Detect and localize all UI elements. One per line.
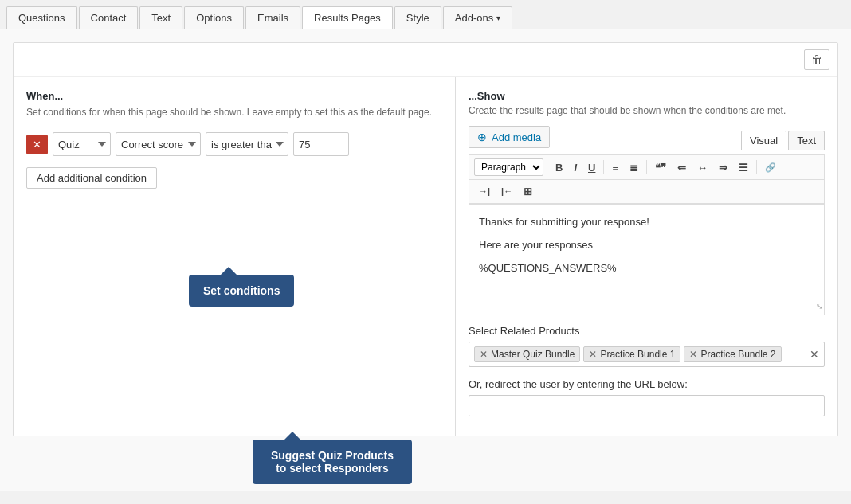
tab-text[interactable]: Text xyxy=(139,6,182,29)
editor-toolbar-row1: Paragraph B I U ≡ ≣ ❝❞ ⇐ ↔ ⇒ ☰ 🔗 xyxy=(469,154,825,179)
paragraph-select[interactable]: Paragraph xyxy=(474,158,543,176)
main-area: 🗑 When... Set conditions for when this p… xyxy=(0,29,851,491)
condition-delete-button[interactable]: ✕ xyxy=(26,135,48,154)
add-condition-button[interactable]: Add additional condition xyxy=(26,167,157,189)
italic-button[interactable]: I xyxy=(569,159,582,176)
left-panel: When... Set conditions for when this pag… xyxy=(14,77,456,436)
table-button[interactable]: ⊞ xyxy=(519,183,537,200)
condition-metric-select[interactable]: Correct score Total score Percentage xyxy=(116,132,201,156)
link-button[interactable]: 🔗 xyxy=(760,160,781,175)
condition-operator-select[interactable]: is greater tha is less than equals xyxy=(206,132,288,156)
toolbar-sep-4 xyxy=(756,160,757,174)
align-justify-button[interactable]: ☰ xyxy=(734,159,753,176)
delete-page-button[interactable]: 🗑 xyxy=(804,49,829,70)
select-products-label: Select Related Products xyxy=(469,325,825,337)
when-title: When... xyxy=(26,90,442,102)
outdent-button[interactable]: |← xyxy=(496,184,517,199)
ordered-list-button[interactable]: ≣ xyxy=(625,159,643,176)
condition-row: ✕ Quiz Score Contact Correct score Total… xyxy=(26,132,442,156)
toolbar-sep-3 xyxy=(646,160,647,174)
condition-field-select[interactable]: Quiz Score Contact xyxy=(53,132,111,156)
right-panel: ...Show Create the results page that sho… xyxy=(456,77,837,436)
remove-practice-1-button[interactable]: ✕ xyxy=(589,350,597,359)
editor-line-3: %QUESTIONS_ANSWERS% xyxy=(479,260,814,277)
align-left-button[interactable]: ⇐ xyxy=(673,159,691,176)
card-body: When... Set conditions for when this pag… xyxy=(14,77,837,436)
editor-line-2: Here are your responses xyxy=(479,237,814,254)
unordered-list-button[interactable]: ≡ xyxy=(607,159,623,176)
tab-contact[interactable]: Contact xyxy=(79,6,139,29)
tabs-bar: Questions Contact Text Options Emails Re… xyxy=(0,0,851,29)
align-right-button[interactable]: ⇒ xyxy=(714,159,732,176)
blockquote-button[interactable]: ❝❞ xyxy=(650,159,671,176)
products-input[interactable]: ✕ Master Quiz Bundle ✕ Practice Bundle 1… xyxy=(469,342,825,367)
tab-questions[interactable]: Questions xyxy=(6,6,77,29)
product-tag-label: Master Quiz Bundle xyxy=(491,349,575,360)
remove-practice-2-button[interactable]: ✕ xyxy=(689,350,697,359)
add-media-button[interactable]: ⊕ Add media xyxy=(469,126,550,148)
show-title: ...Show xyxy=(469,90,825,102)
editor-toolbar-row2: →| |← ⊞ xyxy=(469,179,825,204)
align-center-button[interactable]: ↔ xyxy=(692,159,712,176)
condition-value-input[interactable] xyxy=(293,132,349,156)
media-icon: ⊕ xyxy=(477,131,487,143)
trash-icon: 🗑 xyxy=(811,53,822,66)
product-tag-label: Practice Bundle 2 xyxy=(700,349,775,360)
visual-toggle-button[interactable]: Visual xyxy=(741,131,786,150)
product-tag-practice-1: ✕ Practice Bundle 1 xyxy=(583,346,680,362)
tab-emails[interactable]: Emails xyxy=(245,6,300,29)
indent-button[interactable]: →| xyxy=(474,184,495,199)
editor-topbar: ⊕ Add media Visual Text xyxy=(469,126,825,154)
show-desc: Create the results page that should be s… xyxy=(469,104,825,118)
editor-toggle: Visual Text xyxy=(741,131,825,150)
editor-content-area[interactable]: Thanks for submitting your response! Her… xyxy=(469,204,825,315)
product-tag-practice-2: ✕ Practice Bundle 2 xyxy=(684,346,781,362)
tab-add-ons[interactable]: Add-ons ▾ xyxy=(443,6,512,29)
results-card: 🗑 When... Set conditions for when this p… xyxy=(13,42,838,436)
when-desc: Set conditions for when this page should… xyxy=(26,105,442,119)
bold-button[interactable]: B xyxy=(551,159,567,176)
text-toggle-button[interactable]: Text xyxy=(788,131,825,150)
resize-handle[interactable]: ⤡ xyxy=(816,300,822,313)
product-tag-master-quiz: ✕ Master Quiz Bundle xyxy=(474,346,580,362)
toolbar-sep-1 xyxy=(547,160,547,174)
toolbar-sep-2 xyxy=(603,160,604,174)
card-top: 🗑 xyxy=(14,43,837,77)
chevron-down-icon: ▾ xyxy=(496,14,500,22)
tab-options[interactable]: Options xyxy=(184,6,244,29)
tab-results-pages[interactable]: Results Pages xyxy=(302,6,393,29)
underline-button[interactable]: U xyxy=(583,159,600,176)
tab-style[interactable]: Style xyxy=(394,6,441,29)
redirect-label: Or, redirect the user by entering the UR… xyxy=(469,378,825,390)
product-tag-label: Practice Bundle 1 xyxy=(600,349,675,360)
set-conditions-tooltip[interactable]: Set conditions xyxy=(189,275,294,307)
clear-all-products-button[interactable]: ✕ xyxy=(810,349,819,360)
editor-line-1: Thanks for submitting your response! xyxy=(479,214,814,231)
remove-master-quiz-button[interactable]: ✕ xyxy=(480,350,488,359)
redirect-url-input[interactable] xyxy=(469,395,825,416)
suggest-quiz-tooltip[interactable]: Suggest Quiz Products to select Responde… xyxy=(253,440,412,484)
